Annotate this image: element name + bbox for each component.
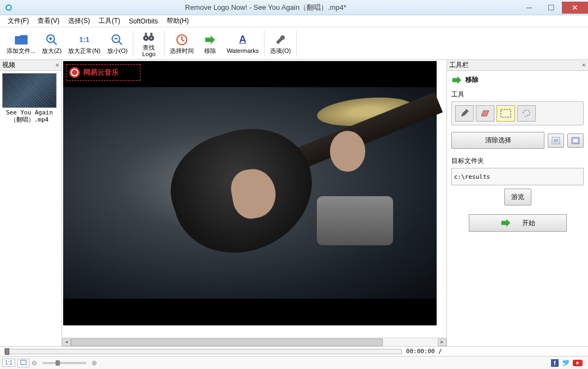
toolbar: 添加文件... 放大(Z) 1:1 放大正常(N) 放小(O) 查找 Logo … <box>0 27 588 60</box>
decoration <box>317 196 393 245</box>
menu-help[interactable]: 帮助(H) <box>162 15 193 27</box>
scroll-right-arrow[interactable]: ► <box>438 338 446 346</box>
eraser-tool[interactable] <box>476 105 494 122</box>
video-frame: 网易云音乐 <box>63 61 437 325</box>
tool-palette <box>451 101 584 125</box>
watermark-selection[interactable]: 网易云音乐 <box>66 64 140 81</box>
zoom-ratio-button[interactable]: 1:1 <box>2 359 15 367</box>
zoom-out-button[interactable]: 放小(O) <box>104 28 131 59</box>
video-panel-close[interactable]: ✕ <box>55 62 59 68</box>
clear-selection-button[interactable]: 清除选择 <box>451 132 544 149</box>
toolbar-separator <box>264 31 265 57</box>
zoom-normal-button[interactable]: 1:1 放大正常(N) <box>65 28 103 59</box>
video-viewport[interactable]: 网易云音乐 <box>62 60 446 337</box>
svg-line-7 <box>119 41 122 45</box>
close-button[interactable]: ✕ <box>562 2 588 14</box>
target-folder-input[interactable] <box>451 168 584 185</box>
add-files-button[interactable]: 添加文件... <box>3 28 39 59</box>
lasso-select-tool[interactable] <box>517 105 536 122</box>
select-time-button[interactable]: 选择时间 <box>167 28 197 59</box>
rectangle-select-tool[interactable] <box>497 105 515 122</box>
fit-screen-button[interactable] <box>17 359 29 367</box>
menu-softorbits[interactable]: SoftOrbits <box>125 16 162 26</box>
video-panel-header: 视频 ✕ <box>0 60 62 71</box>
scroll-thumb[interactable] <box>71 338 383 346</box>
video-panel-title: 视频 <box>2 61 15 70</box>
svg-line-17 <box>182 40 184 41</box>
binoculars-icon <box>142 30 155 43</box>
menu-tools[interactable]: 工具(T) <box>94 15 124 27</box>
ratio-icon: 1:1 <box>78 33 91 46</box>
svg-rect-12 <box>150 33 152 36</box>
svg-point-13 <box>145 37 147 39</box>
folder-icon <box>15 33 28 46</box>
svg-point-1 <box>7 6 10 9</box>
decoration <box>330 131 365 172</box>
svg-rect-11 <box>145 33 147 36</box>
window-title: Remove Logo Now! - See You Again（翻唱）.mp4… <box>13 3 518 13</box>
find-logo-button[interactable]: 查找 Logo <box>136 28 162 59</box>
timeline-time: 00:00:00 / <box>406 348 442 355</box>
options-button[interactable]: 选项(O) <box>267 28 294 59</box>
twitter-icon[interactable] <box>562 359 569 367</box>
zoom-minus-icon[interactable]: ⊖ <box>32 359 37 367</box>
svg-rect-24 <box>21 360 26 365</box>
arrow-right-icon <box>204 33 217 46</box>
toolbar-separator <box>296 31 297 57</box>
zoom-plus-icon[interactable]: ⊕ <box>91 359 97 367</box>
menu-view[interactable]: 查看(V) <box>33 15 64 27</box>
remove-button[interactable]: 移除 <box>197 28 223 59</box>
select-outside-button[interactable] <box>567 134 584 148</box>
zoom-slider[interactable] <box>42 362 86 364</box>
scroll-left-arrow[interactable]: ◄ <box>62 338 71 346</box>
wrench-icon <box>274 33 287 46</box>
timeline-thumb[interactable] <box>5 348 9 355</box>
start-button[interactable]: 开始 <box>469 214 567 232</box>
scroll-track[interactable] <box>71 338 438 346</box>
watermark-text: 网易云音乐 <box>83 68 119 77</box>
maximize-button[interactable]: ☐ <box>540 2 562 14</box>
minimize-button[interactable]: ─ <box>518 2 540 14</box>
center-panel: 网易云音乐 ◄ ► <box>62 60 446 346</box>
browse-button[interactable]: 游览 <box>504 189 531 205</box>
svg-rect-22 <box>573 139 578 142</box>
app-icon <box>4 3 13 12</box>
tools-panel-header: 工具栏 ✕ <box>447 60 588 71</box>
action-row: 移除 <box>451 75 584 84</box>
action-label: 移除 <box>465 75 479 84</box>
main-area: 视频 ✕ See You Again（翻唱）.mp4 <box>0 60 588 346</box>
menu-select[interactable]: 选择(S) <box>64 15 94 27</box>
menu-file[interactable]: 文件(F) <box>3 15 33 27</box>
start-label: 开始 <box>522 219 535 228</box>
video-list: See You Again（翻唱）.mp4 <box>0 71 62 346</box>
horizontal-scrollbar[interactable]: ◄ ► <box>62 337 446 346</box>
watermark-icon: A <box>236 33 249 46</box>
arrow-right-icon <box>451 76 462 84</box>
youtube-icon[interactable] <box>573 359 583 367</box>
svg-rect-18 <box>501 110 511 117</box>
arrow-right-icon <box>500 219 511 227</box>
zoom-in-button[interactable]: 放大(Z) <box>39 28 65 59</box>
menubar: 文件(F) 查看(V) 选择(S) 工具(T) SoftOrbits 帮助(H) <box>0 15 588 27</box>
svg-line-3 <box>53 41 57 45</box>
tools-panel-close[interactable]: ✕ <box>581 62 586 68</box>
select-inside-button[interactable] <box>548 134 564 148</box>
fit-icon <box>20 360 27 365</box>
zoom-knob[interactable] <box>56 360 60 366</box>
tools-panel-title: 工具栏 <box>449 61 469 70</box>
timeline-track[interactable] <box>4 349 402 354</box>
watermarks-button[interactable]: A Watermarks <box>223 28 262 59</box>
video-content <box>63 87 437 299</box>
facebook-icon[interactable]: f <box>551 359 559 367</box>
video-panel: 视频 ✕ See You Again（翻唱）.mp4 <box>0 60 62 346</box>
video-item[interactable]: See You Again（翻唱）.mp4 <box>2 73 57 123</box>
statusbar: 1:1 ⊖ ⊕ f <box>0 356 588 369</box>
tools-section-label: 工具 <box>451 90 584 99</box>
pencil-tool[interactable] <box>455 105 474 122</box>
clock-icon <box>175 33 188 46</box>
svg-point-14 <box>150 37 152 39</box>
timeline: 00:00:00 / <box>0 346 588 356</box>
target-folder-label: 目标文件夹 <box>451 156 584 166</box>
netease-logo-icon <box>69 67 80 78</box>
svg-rect-20 <box>554 139 558 142</box>
